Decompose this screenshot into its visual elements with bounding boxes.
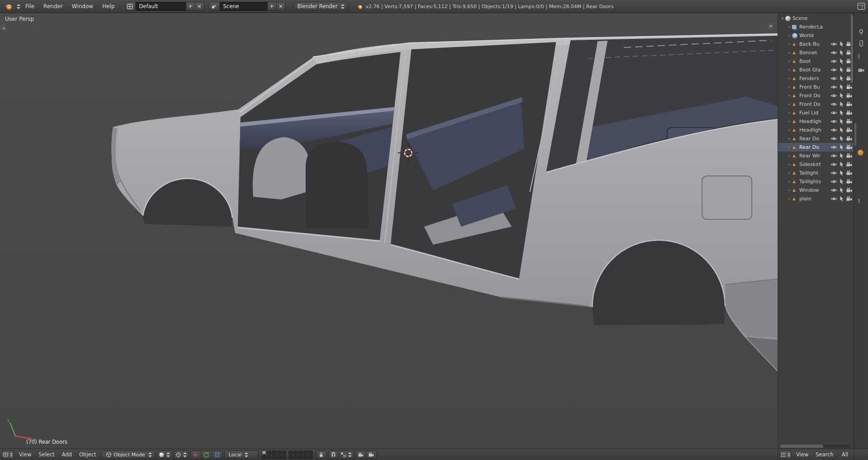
outliner-item[interactable]: ∙ Taillight — [778, 169, 854, 177]
outliner-item[interactable]: ∙ Boot Gla — [778, 66, 854, 74]
layer-toggle[interactable] — [267, 451, 271, 455]
visibility-eye-icon[interactable] — [830, 109, 837, 116]
car-model-canvas[interactable] — [0, 13, 778, 449]
outliner-menu-item[interactable]: Search — [812, 449, 837, 460]
outliner-item[interactable]: ∙ Fenders — [778, 74, 854, 83]
view3d-menu-item[interactable]: Object — [75, 449, 99, 460]
layer-toggle[interactable] — [267, 455, 271, 459]
outliner-item-label[interactable]: Rear Wir — [799, 153, 830, 159]
layer-toggle[interactable] — [272, 451, 276, 455]
render-still-button[interactable] — [355, 451, 366, 459]
layer-toggle[interactable] — [282, 455, 286, 459]
expander-icon[interactable]: ∙ — [787, 154, 792, 158]
layer-toggle[interactable] — [293, 455, 298, 459]
outliner-item[interactable]: ∙ Headligh — [778, 126, 854, 134]
outliner-item[interactable]: ∙ RenderLa — [778, 23, 854, 31]
expander-icon[interactable]: ∙ — [787, 102, 792, 106]
expander-icon[interactable]: ∙ — [787, 42, 792, 46]
selectability-cursor-icon[interactable] — [838, 195, 845, 202]
selectability-cursor-icon[interactable] — [838, 152, 845, 159]
expander-icon[interactable]: ∙ — [787, 119, 792, 123]
mode-select[interactable]: Object Mode — [101, 451, 156, 459]
layer-toggle[interactable] — [262, 455, 266, 459]
outliner-item[interactable]: ∙ World — [778, 31, 854, 40]
viewport-shading-select[interactable] — [157, 451, 172, 459]
outliner-item-label[interactable]: Front Do — [799, 93, 830, 99]
header-menu-item[interactable]: Render — [39, 0, 67, 13]
outliner-item[interactable]: ∙ Front Do — [778, 91, 854, 100]
outliner-item[interactable]: ∙ Boot — [778, 57, 854, 66]
screen-layout-add-button[interactable]: + — [186, 2, 195, 11]
outliner-item-label[interactable]: Bonnet — [799, 50, 830, 56]
expander-icon[interactable]: ∙ — [787, 128, 792, 132]
view3d-menu-item[interactable]: Select — [35, 449, 58, 460]
selectability-cursor-icon[interactable] — [838, 170, 845, 176]
layer-toggle[interactable] — [298, 455, 303, 459]
scene-delete-button[interactable]: × — [277, 2, 286, 11]
outliner-display-mode-select[interactable]: All — [838, 449, 852, 460]
selectability-cursor-icon[interactable] — [838, 49, 845, 56]
outliner-item-label[interactable]: Scene — [793, 15, 854, 21]
layer-toggle[interactable] — [308, 451, 313, 455]
outliner-item[interactable]: ∙ Back Bu — [778, 40, 854, 48]
fuel-lid[interactable] — [702, 176, 752, 219]
outliner-hscrollbar[interactable] — [780, 445, 850, 448]
scene-browse-button[interactable] — [209, 2, 220, 11]
outliner-menu-item[interactable]: View — [793, 449, 812, 460]
selectability-cursor-icon[interactable] — [838, 109, 845, 116]
outliner-item[interactable]: ∙ Rear Wir — [778, 152, 854, 160]
outliner-item-label[interactable]: Front Do — [799, 101, 830, 107]
visibility-eye-icon[interactable] — [830, 58, 837, 65]
layer-toggle[interactable] — [262, 451, 266, 455]
selectability-cursor-icon[interactable] — [838, 75, 845, 82]
snap-toggle-button[interactable] — [328, 451, 339, 459]
expander-icon[interactable]: ∙ — [787, 145, 792, 149]
camera-tab-icon[interactable] — [858, 66, 865, 74]
outliner-item-label[interactable]: Taillights — [799, 179, 830, 185]
expander-icon[interactable]: ∙ — [787, 180, 792, 184]
visibility-eye-icon[interactable] — [830, 41, 837, 47]
outliner-item[interactable]: ∙ Front Do — [778, 100, 854, 109]
layer-toggle[interactable] — [293, 451, 298, 455]
header-menu-item[interactable]: Help — [98, 0, 119, 13]
pin-icon[interactable] — [858, 28, 865, 36]
expander-icon[interactable]: ∙ — [787, 59, 792, 63]
editor-type-arrows-icon[interactable] — [17, 4, 21, 9]
selectability-cursor-icon[interactable] — [838, 41, 845, 47]
visibility-eye-icon[interactable] — [830, 178, 837, 185]
expander-icon[interactable]: ∙ — [787, 51, 792, 55]
outliner-item-label[interactable]: Rear Do — [799, 144, 830, 150]
header-menu-item[interactable]: Window — [67, 0, 98, 13]
outliner-item[interactable]: ∙ Sideskirt — [778, 160, 854, 169]
manipulator-rotate-button[interactable] — [201, 451, 212, 459]
outliner-item-label[interactable]: Headligh — [799, 119, 830, 124]
outliner-item-label[interactable]: RenderLa — [799, 24, 854, 30]
selectability-cursor-icon[interactable] — [838, 135, 845, 142]
selectability-cursor-icon[interactable] — [838, 84, 845, 90]
layer-toggle[interactable] — [272, 455, 276, 459]
renderability-camera-icon[interactable] — [846, 187, 853, 194]
renderability-camera-icon[interactable] — [846, 178, 853, 185]
snap-element-select[interactable] — [339, 451, 354, 459]
selectability-cursor-icon[interactable] — [838, 66, 845, 73]
selectability-cursor-icon[interactable] — [838, 127, 845, 133]
visibility-eye-icon[interactable] — [830, 152, 837, 159]
visibility-eye-icon[interactable] — [830, 75, 837, 82]
expander-icon[interactable]: ∙ — [787, 171, 792, 175]
outliner-item-label[interactable]: Fenders — [799, 76, 830, 81]
scene-name[interactable]: Scene — [220, 2, 268, 11]
expander-icon[interactable]: ∙ — [787, 94, 792, 98]
view3d-menu-item[interactable]: Add — [58, 449, 75, 460]
expander-icon[interactable]: ∙ — [787, 33, 792, 38]
header-menu-item[interactable]: File — [21, 0, 39, 13]
region-expand-handle[interactable]: + — [1, 25, 7, 31]
expander-icon[interactable]: ∙ — [787, 162, 792, 166]
paperclip-icon[interactable] — [858, 39, 865, 47]
outliner-tree[interactable]: ▾ Scene ∙ RenderLa ∙ World ∙ Back Bu ∙ B… — [778, 13, 854, 445]
screen-layout-delete-button[interactable]: × — [195, 2, 204, 11]
viewport-3d[interactable]: User Persp + ◂ (70) Rear Doors x y — [0, 13, 778, 449]
selectability-cursor-icon[interactable] — [838, 187, 845, 194]
render-animation-button[interactable] — [366, 451, 377, 459]
renderability-camera-icon[interactable] — [846, 170, 853, 176]
visibility-eye-icon[interactable] — [830, 144, 837, 151]
